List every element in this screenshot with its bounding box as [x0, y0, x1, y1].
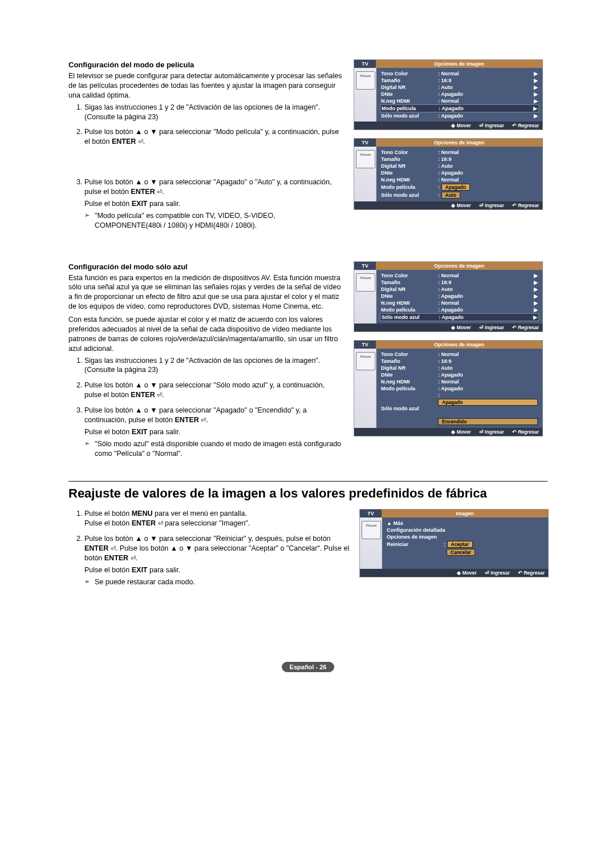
page-footer: Español - 26: [68, 661, 548, 672]
section2-title: Configuración del modo sólo azul: [68, 262, 342, 271]
section1-note: "Modo película" es compatible con TV, VI…: [84, 211, 342, 231]
section1-step3: Pulse los botón ▲ o ▼ para seleccionar "…: [84, 177, 342, 230]
enter-icon: [138, 138, 143, 145]
enter-icon: [157, 188, 162, 196]
section3-step1: Pulse el botón MENU para ver el menú en …: [84, 509, 354, 528]
enter-icon: [158, 519, 163, 527]
section3-title: Reajuste de valores de la imagen a los v…: [68, 481, 548, 501]
osd-blue-mode-1: TVOpciones de imagen Picture Tono Color:…: [354, 261, 543, 332]
section1-step1: Sigas las instrucciones 1 y 2 de "Activa…: [84, 103, 342, 122]
section2-intro1: Esta función es para expertos en la medi…: [68, 273, 342, 312]
section2-step3: Pulse los botón ▲ o ▼ para seleccionar "…: [84, 406, 342, 458]
section2-note: "Sólo modo azul" está disponible cuando …: [84, 439, 342, 459]
enter-icon: [201, 416, 206, 424]
enter-icon: [131, 554, 136, 562]
section1-title: Configuración del modo de película: [68, 60, 342, 69]
enter-icon: [111, 544, 116, 552]
section1-step2: Pulse los botón ▲ o ▼ para seleccionar "…: [84, 127, 342, 147]
section2-intro2: Con esta función, se puede ajustar el co…: [68, 315, 342, 354]
osd-reset: TVImagen Picture ▲ Más Configuración det…: [359, 509, 549, 577]
osd-film-mode-1: TVOpciones de imagen Picture Tono Color:…: [354, 59, 543, 130]
section3-note: Se puede restaurar cada modo.: [84, 577, 354, 587]
section1-intro: El televisor se puede configurar para de…: [68, 71, 342, 100]
osd-blue-mode-2: TVOpciones de imagen Picture Tono Color:…: [354, 340, 543, 436]
osd-film-mode-2: TVOpciones de imagen Picture Tono Color:…: [354, 138, 543, 210]
enter-icon: [157, 391, 162, 399]
section3-step2: Pulse los botón ▲ o ▼ para seleccionar "…: [84, 534, 354, 587]
section2-step1: Sigas las instrucciones 1 y 2 de "Activa…: [84, 356, 342, 375]
section2-step2: Pulse los botón ▲ o ▼ para seleccionar "…: [84, 381, 342, 400]
